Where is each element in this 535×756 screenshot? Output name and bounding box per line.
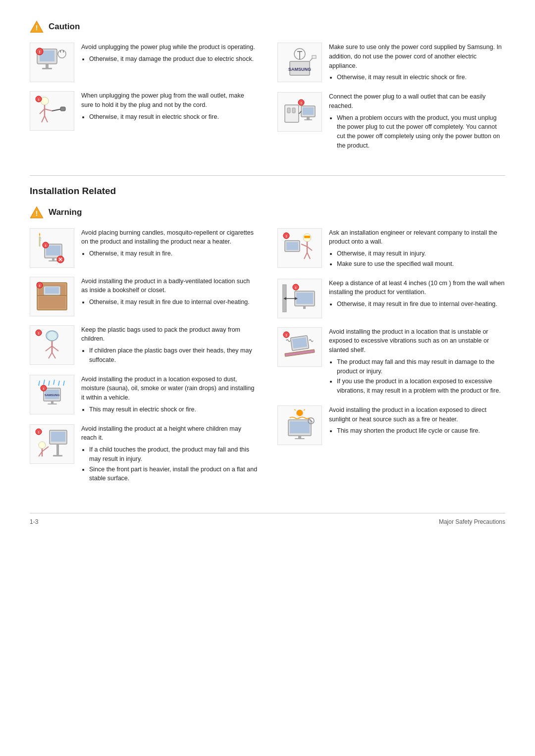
warning-icon: ! bbox=[30, 205, 44, 219]
warning-right-item-1: ! Ask an installation engineer or releva… bbox=[277, 228, 505, 270]
warning-left-col: ! Avoid placing burning candles, mosquit… bbox=[30, 228, 258, 494]
warning-right-item-4-text: Avoid installing the product in a locati… bbox=[329, 405, 505, 445]
warn-illus-r4-svg bbox=[282, 409, 317, 441]
svg-line-97 bbox=[304, 252, 307, 259]
svg-line-96 bbox=[307, 247, 312, 251]
warning-image-r2: ! bbox=[277, 279, 322, 318]
svg-line-98 bbox=[307, 252, 310, 259]
caution-image-r1: SAMSUNG bbox=[277, 43, 322, 82]
svg-rect-82 bbox=[51, 432, 65, 442]
warning-image-r1: ! bbox=[277, 228, 322, 268]
warning-item-1-text: Avoid placing burning candles, mosquito-… bbox=[81, 228, 258, 268]
warning-item-3: ! Keep the plastic bags used to pack the… bbox=[30, 325, 258, 366]
svg-line-64 bbox=[49, 353, 52, 358]
svg-line-120 bbox=[294, 409, 296, 410]
page-number: 1-3 bbox=[30, 518, 38, 525]
warn-illus-2-svg: ! bbox=[35, 280, 69, 312]
warning-item-1: ! Avoid placing burning candles, mosquit… bbox=[30, 228, 258, 268]
svg-point-8 bbox=[58, 50, 66, 58]
caution-image-2: ! bbox=[30, 91, 74, 131]
svg-line-15 bbox=[40, 109, 45, 114]
svg-line-73 bbox=[44, 380, 45, 385]
caution-content: ! Avoid unplugging the power plug while … bbox=[30, 43, 505, 160]
warning-right-item-3-text: Avoid installing the product in a locati… bbox=[329, 327, 505, 397]
footer: 1-3 Major Safety Precautions bbox=[30, 513, 505, 525]
caution-right-col: SAMSUNG Make sure to use only the power … bbox=[277, 43, 505, 160]
svg-line-63 bbox=[52, 346, 58, 351]
caution-section: ! Caution bbox=[30, 20, 505, 160]
svg-rect-85 bbox=[53, 455, 62, 456]
warning-header: ! Warning bbox=[30, 205, 505, 219]
svg-text:!: ! bbox=[38, 98, 40, 102]
caution-item-2: ! When unplugging the power plug from th… bbox=[30, 91, 258, 131]
caution-item-1-text: Avoid unplugging the power plug while th… bbox=[81, 43, 258, 82]
warning-section: ! Warning bbox=[30, 205, 505, 494]
warn-illus-r3-svg: ! bbox=[282, 331, 317, 363]
caution-illus-2-svg: ! bbox=[35, 95, 69, 127]
svg-text:!: ! bbox=[36, 24, 38, 32]
svg-rect-105 bbox=[296, 293, 313, 304]
svg-rect-123 bbox=[290, 421, 310, 433]
svg-rect-84 bbox=[56, 448, 59, 455]
warning-image-3: ! bbox=[30, 325, 74, 365]
warning-item-2: ! Avoid installing the product in a badl… bbox=[30, 277, 258, 316]
warning-right-item-4: Avoid installing the product in a locati… bbox=[277, 405, 505, 445]
svg-rect-83 bbox=[56, 444, 59, 448]
svg-line-16 bbox=[45, 109, 52, 111]
warn-illus-3-svg: ! bbox=[35, 329, 69, 361]
warning-item-4: ! SAMSUNG Avoid installing the product i… bbox=[30, 375, 258, 415]
svg-point-86 bbox=[39, 442, 46, 449]
caution-left-col: ! Avoid unplugging the power plug while … bbox=[30, 43, 258, 160]
caution-header: ! Caution bbox=[30, 20, 505, 34]
svg-point-13 bbox=[41, 97, 49, 105]
svg-line-77 bbox=[63, 381, 64, 386]
svg-rect-30 bbox=[285, 105, 299, 122]
warning-image-2: ! bbox=[30, 277, 74, 316]
warn-illus-r1-svg: ! bbox=[282, 232, 317, 264]
warning-image-4: ! SAMSUNG bbox=[30, 375, 74, 414]
warning-image-r3: ! bbox=[277, 327, 322, 367]
caution-icon: ! bbox=[30, 20, 44, 34]
svg-line-17 bbox=[42, 116, 45, 122]
svg-rect-35 bbox=[307, 117, 310, 119]
svg-text:!: ! bbox=[286, 234, 287, 239]
warning-title: Warning bbox=[49, 207, 82, 217]
svg-rect-34 bbox=[303, 107, 314, 115]
warning-right-item-3: ! Avoid installing the product in a loca… bbox=[277, 327, 505, 397]
svg-rect-71 bbox=[48, 403, 57, 404]
warning-item-5: ! Avoid installing the product at a heig… bbox=[30, 424, 258, 485]
svg-rect-42 bbox=[46, 246, 60, 255]
svg-rect-32 bbox=[292, 108, 295, 113]
svg-line-95 bbox=[301, 244, 307, 247]
caution-right-item-2: ! Connect the power plug to a wall outle… bbox=[277, 92, 505, 151]
svg-text:!: ! bbox=[286, 333, 287, 338]
svg-rect-43 bbox=[52, 258, 54, 260]
svg-rect-56 bbox=[45, 287, 59, 294]
caution-title: Caution bbox=[49, 22, 80, 32]
svg-text:!: ! bbox=[38, 430, 40, 435]
caution-item-2-text: When unplugging the power plug from the … bbox=[81, 91, 258, 131]
svg-rect-114 bbox=[292, 337, 307, 349]
svg-rect-6 bbox=[46, 64, 49, 68]
installation-related-section: Installation Related ! Warning bbox=[30, 175, 505, 494]
svg-text:SAMSUNG: SAMSUNG bbox=[288, 67, 311, 72]
installation-related-title: Installation Related bbox=[30, 175, 505, 197]
warning-content: ! Avoid placing burning candles, mosquit… bbox=[30, 228, 505, 494]
svg-rect-93 bbox=[304, 236, 310, 238]
svg-line-119 bbox=[304, 409, 305, 410]
svg-text:!: ! bbox=[36, 209, 38, 217]
caution-image-1: ! bbox=[30, 43, 74, 82]
warning-right-col: ! Ask an installation engineer or releva… bbox=[277, 228, 505, 494]
warning-right-item-2-text: Keep a distance of at least 4 inches (10… bbox=[329, 279, 505, 318]
svg-text:!: ! bbox=[43, 387, 45, 391]
warning-item-2-text: Avoid installing the product in a badly-… bbox=[81, 277, 258, 316]
svg-line-18 bbox=[45, 116, 48, 122]
svg-text:!: ! bbox=[38, 331, 40, 336]
footer-label: Major Safety Precautions bbox=[439, 518, 505, 525]
caution-right-item-2-text: Connect the power plug to a wall outlet … bbox=[329, 92, 505, 151]
caution-right-item-1: SAMSUNG Make sure to use only the power … bbox=[277, 43, 505, 83]
warning-image-1: ! bbox=[30, 228, 74, 268]
svg-rect-7 bbox=[42, 68, 52, 69]
svg-line-75 bbox=[54, 380, 54, 385]
warn-illus-r2-svg: ! bbox=[282, 282, 317, 314]
